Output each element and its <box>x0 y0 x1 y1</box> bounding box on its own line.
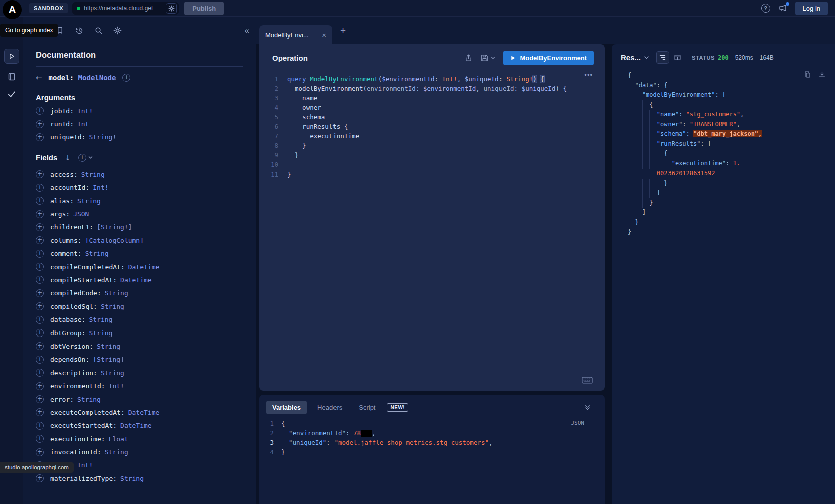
code-line[interactable]: 6 runResults { <box>265 122 605 131</box>
add-to-operation-icon[interactable]: + <box>36 289 44 297</box>
code-line[interactable]: } <box>628 179 828 189</box>
collections-icon[interactable] <box>7 72 16 81</box>
search-icon[interactable] <box>94 26 103 35</box>
back-icon[interactable]: ← <box>36 73 42 82</box>
explorer-icon[interactable] <box>4 49 19 64</box>
more-options-icon[interactable]: ••• <box>584 71 593 79</box>
add-to-operation-icon[interactable]: + <box>36 302 44 310</box>
download-icon[interactable] <box>818 71 826 78</box>
add-to-operation-icon[interactable]: + <box>36 184 44 192</box>
field-row[interactable]: +executeCompletedAt:DateTime <box>36 406 243 419</box>
field-row[interactable]: +access:String <box>36 167 243 181</box>
collapse-docs-icon[interactable]: « <box>245 26 256 36</box>
code-line[interactable]: 9 } <box>265 150 605 160</box>
save-operation-button[interactable] <box>480 54 495 62</box>
login-button[interactable]: Log in <box>795 2 828 15</box>
code-line[interactable]: "data": { <box>628 81 828 91</box>
add-to-operation-icon[interactable]: + <box>36 356 44 364</box>
code-line[interactable]: } <box>628 227 828 237</box>
code-line[interactable]: "name": "stg_customers", <box>628 110 828 120</box>
add-to-operation-icon[interactable]: + <box>36 435 44 443</box>
code-line[interactable]: ] <box>628 208 828 218</box>
code-line[interactable]: "executionTime": 1. <box>628 159 828 169</box>
field-row[interactable]: +dbtVersion:String <box>36 340 243 353</box>
code-line[interactable]: } <box>628 218 828 228</box>
megaphone-icon[interactable] <box>778 4 787 13</box>
code-line[interactable]: { <box>628 149 828 159</box>
code-line[interactable]: 0023620128631592 <box>628 169 828 179</box>
add-to-operation-icon[interactable]: + <box>36 133 44 141</box>
field-row[interactable]: +columns:[CatalogColumn] <box>36 234 243 247</box>
chevron-down-icon[interactable] <box>644 56 649 60</box>
code-line[interactable]: { <box>628 71 828 81</box>
new-tab-button[interactable]: + <box>340 25 346 36</box>
add-to-operation-icon[interactable]: + <box>36 422 44 430</box>
close-tab-icon[interactable]: × <box>322 31 326 39</box>
code-line[interactable]: 5 schema <box>265 112 605 122</box>
field-row[interactable]: +compiledSql:String <box>36 300 243 313</box>
history-icon[interactable] <box>75 26 84 35</box>
add-to-operation-icon[interactable]: + <box>36 276 44 284</box>
operation-tab[interactable]: ModelByEnvi... × <box>259 25 332 44</box>
field-row[interactable]: +alias:String <box>36 194 243 207</box>
field-row[interactable]: +args:JSON <box>36 207 243 220</box>
add-to-operation-icon[interactable]: + <box>36 250 44 258</box>
add-to-operation-icon[interactable]: + <box>36 342 44 350</box>
field-row[interactable]: +database:String <box>36 313 243 326</box>
tree-view-icon[interactable] <box>656 51 669 64</box>
add-to-operation-icon[interactable]: + <box>36 170 44 178</box>
add-to-operation-icon[interactable]: + <box>36 448 44 456</box>
tab-headers[interactable]: Headers <box>311 401 348 414</box>
field-row[interactable]: +error:String <box>36 393 243 406</box>
code-line[interactable]: 3 name <box>265 93 605 103</box>
add-to-operation-icon[interactable]: + <box>36 382 44 390</box>
field-row[interactable]: +childrenL1:[String!] <box>36 221 243 234</box>
field-row[interactable]: +compileStartedAt:DateTime <box>36 273 243 286</box>
field-row[interactable]: +compiledCode:String <box>36 287 243 300</box>
code-line[interactable]: 2 modelByEnvironment(environmentId: $env… <box>265 84 605 93</box>
code-line[interactable]: 8 } <box>265 141 605 150</box>
table-view-icon[interactable] <box>671 51 684 64</box>
tab-script[interactable]: Script <box>353 401 381 414</box>
field-row[interactable]: +comment:String <box>36 247 243 260</box>
add-to-operation-icon[interactable]: + <box>36 210 44 218</box>
code-line[interactable]: "schema": "dbt_mary_jackson", <box>628 129 828 139</box>
add-to-operation-icon[interactable]: + <box>36 395 44 403</box>
add-to-operation-icon[interactable]: + <box>36 474 44 482</box>
code-line[interactable]: ] <box>628 188 828 198</box>
add-to-operation-icon[interactable]: + <box>36 120 44 128</box>
field-row[interactable]: +invocationId:String <box>36 445 243 458</box>
copy-icon[interactable] <box>804 71 811 78</box>
add-to-operation-icon[interactable]: + <box>36 408 44 416</box>
code-line[interactable]: "owner": "TRANSFORMER", <box>628 120 828 130</box>
share-icon[interactable] <box>464 54 473 62</box>
variables-editor[interactable]: 1{2 "environmentId": 78,3 "uniqueId": "m… <box>262 419 605 457</box>
code-line[interactable]: 1query ModelByEnvironment($environmentId… <box>265 74 605 84</box>
code-line[interactable]: 2 "environmentId": 78, <box>262 428 605 438</box>
add-to-operation-icon[interactable]: + <box>36 329 44 337</box>
endpoint-url-field[interactable]: https://metadata.cloud.get <box>72 2 179 15</box>
collapse-panel-icon[interactable] <box>584 404 591 411</box>
code-line[interactable]: } <box>628 198 828 208</box>
add-to-operation-icon[interactable]: + <box>36 236 44 244</box>
code-line[interactable]: 4 owner <box>265 103 605 112</box>
add-to-operation-icon[interactable]: + <box>36 107 44 115</box>
response-json[interactable]: {"data": {"modelByEnvironment": [{"name"… <box>628 71 828 237</box>
add-to-operation-icon[interactable]: + <box>36 369 44 377</box>
code-line[interactable]: 3 "uniqueId": "model.jaffle_shop_metrics… <box>262 438 605 447</box>
field-row[interactable]: +dependsOn:[String] <box>36 353 243 366</box>
checks-icon[interactable] <box>7 90 16 99</box>
endpoint-settings-gear-icon[interactable] <box>166 3 177 14</box>
code-line[interactable]: "runResults": [ <box>628 139 828 149</box>
sort-fields-icon[interactable]: ↓ <box>65 154 71 162</box>
code-line[interactable]: "modelByEnvironment": [ <box>628 90 828 100</box>
publish-button[interactable]: Publish <box>184 2 224 15</box>
argument-row[interactable]: +jobId:Int! <box>36 104 243 117</box>
apollo-logo[interactable]: A <box>3 0 22 19</box>
code-line[interactable]: 10 <box>265 160 605 170</box>
field-row[interactable]: +description:String <box>36 366 243 379</box>
code-line[interactable]: { <box>628 100 828 110</box>
add-to-operation-icon[interactable]: + <box>36 223 44 231</box>
tab-variables[interactable]: Variables <box>266 401 307 414</box>
field-row[interactable]: +compileCompletedAt:DateTime <box>36 260 243 273</box>
